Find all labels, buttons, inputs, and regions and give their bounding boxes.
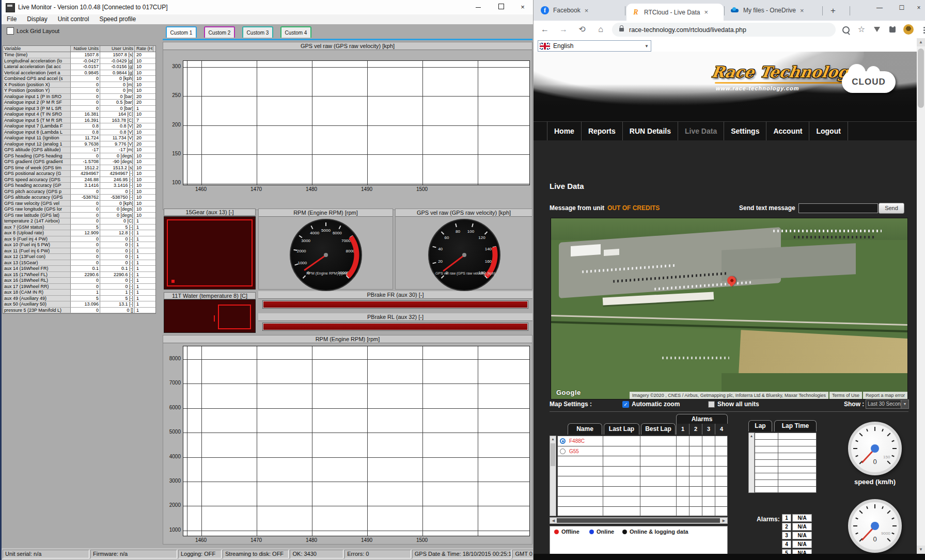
profile-avatar[interactable] xyxy=(902,23,915,36)
app-minimize-button[interactable] xyxy=(469,0,487,14)
gauge-tick-icon xyxy=(882,429,884,431)
browser-close-button[interactable]: × xyxy=(912,0,925,15)
lock-grid-checkbox[interactable] xyxy=(7,27,14,35)
url-text[interactable]: race-technology.com/rtcloud/livedata.php xyxy=(629,26,746,34)
units-table[interactable]: F488CG55 xyxy=(557,436,728,516)
google-map[interactable]: Google Imagery ©2020 , CNES / Airbus, Ge… xyxy=(551,218,908,399)
nav-live-data[interactable]: Live Data xyxy=(678,122,724,140)
browser-tab-my-files-onedrive[interactable]: My files - OneDrive× xyxy=(726,0,821,21)
back-icon[interactable]: ← xyxy=(539,23,551,36)
cell: 1 xyxy=(135,266,153,271)
tab-custom-4[interactable]: Custom 4 xyxy=(280,26,311,38)
column-divider xyxy=(676,436,677,516)
alarm-value: N/A xyxy=(792,514,812,522)
gauge-tick-icon xyxy=(891,455,894,457)
cell: 0 xyxy=(71,201,100,206)
nav-reports[interactable]: Reports xyxy=(581,122,622,140)
cell: GPS time of week (GPS tim xyxy=(3,165,71,171)
cell: 1 xyxy=(135,260,153,266)
forward-icon[interactable]: → xyxy=(557,23,570,36)
cell: 1 xyxy=(135,106,153,111)
alarms-list-label: Alarms: xyxy=(757,516,779,523)
status-gps-date-time: GPS Date & Time: 18/10/2015 00:25:13 xyxy=(412,550,512,558)
bookmark-star-icon[interactable]: ☆ xyxy=(855,23,868,36)
cell: GPS altitude (GPS altitude) xyxy=(3,147,71,153)
home-icon[interactable]: ⌂ xyxy=(594,23,607,36)
tab-close-icon[interactable]: × xyxy=(585,7,589,14)
status-logging: Logging: OFF xyxy=(178,550,222,558)
pbrake-rl-fill xyxy=(263,324,527,330)
cell: Analogue input 5 (T M R SR xyxy=(3,118,71,123)
cell: 0 xyxy=(71,242,100,248)
nav-settings[interactable]: Settings xyxy=(724,122,766,140)
browser-tab-facebook[interactable]: fFacebook× xyxy=(536,0,624,21)
cell: 4294967 xyxy=(71,171,100,177)
nav-logout[interactable]: Logout xyxy=(809,122,848,140)
padlock-icon[interactable] xyxy=(619,28,624,31)
reload-icon[interactable]: ⟲ xyxy=(576,23,588,36)
nav-run-details[interactable]: RUN Details xyxy=(622,122,678,140)
speed-max-label: 150 xyxy=(883,455,890,459)
menu-speed-profile[interactable]: Speed profile xyxy=(94,14,141,24)
units-table-vscrollbar[interactable]: ▲ xyxy=(550,436,556,516)
send-text-input[interactable] xyxy=(798,203,878,213)
tab-custom-1[interactable]: Custom 1 xyxy=(166,26,197,38)
report-map-error-link[interactable]: Report a map error xyxy=(863,392,907,399)
units-table-hscrollbar[interactable]: ◀▶ xyxy=(550,517,728,524)
menu-display[interactable]: Display xyxy=(22,14,52,24)
tab-custom-3[interactable]: Custom 3 xyxy=(242,26,273,38)
lap-row xyxy=(755,433,816,440)
browser-maximize-button[interactable]: ☐ xyxy=(891,0,912,15)
language-select[interactable]: English ▼ xyxy=(538,40,651,52)
scroll-up-icon: ▲ xyxy=(550,436,556,442)
gauge-hub xyxy=(871,444,879,453)
lap-table-scrollbar[interactable]: ▲ xyxy=(748,433,755,493)
browser-menu-icon[interactable] xyxy=(918,23,925,36)
nav-account[interactable]: Account xyxy=(766,122,809,140)
cell: 1 xyxy=(135,278,153,283)
app-close-button[interactable]: × xyxy=(514,0,531,14)
cell: 0 [-] xyxy=(100,248,135,254)
tab-close-icon[interactable]: × xyxy=(704,8,709,16)
tab-custom-2[interactable]: Custom 2 xyxy=(204,26,235,38)
browser-tab-rtcloud-live-data[interactable]: RRTCloud - Live Data× xyxy=(626,4,724,21)
cell: 10 xyxy=(135,213,153,218)
app-titlebar[interactable]: Live Monitor - Version 10.0.48 [Connecte… xyxy=(2,0,533,15)
app-maximize-button[interactable] xyxy=(492,0,510,14)
nav-home[interactable]: Home xyxy=(547,122,581,140)
show-all-units-checkbox[interactable] xyxy=(708,401,715,408)
terms-of-use-link[interactable]: Terms of Use xyxy=(829,392,862,399)
tab-close-icon[interactable]: × xyxy=(800,7,804,14)
gear-display xyxy=(164,216,256,290)
show-duration-dropdown[interactable]: Last 30 Seconds▼ xyxy=(866,399,909,409)
menu-file[interactable]: File xyxy=(2,14,22,24)
column-divider xyxy=(603,436,603,516)
browser-minimize-button[interactable]: — xyxy=(869,0,890,15)
table-row: Y Position (position Y)00 [m]10 xyxy=(3,88,155,94)
automatic-zoom-checkbox[interactable]: ✓ xyxy=(622,401,629,408)
address-bar[interactable]: race-technology.com/rtcloud/livedata.php xyxy=(612,23,836,37)
cell: 1 [-] xyxy=(100,290,135,295)
page-scrollbar[interactable]: ▲ ▼ xyxy=(917,38,925,554)
zoom-icon[interactable] xyxy=(840,23,852,36)
menu-unit-control[interactable]: Unit control xyxy=(53,14,95,24)
unit-radio-g55[interactable] xyxy=(560,449,566,454)
unit-radio-f488c[interactable] xyxy=(560,438,566,444)
extension-a-icon[interactable] xyxy=(871,23,883,36)
cell: -0.0427 xyxy=(71,58,100,64)
cell: 0 [-] xyxy=(100,189,135,195)
cell: 10 xyxy=(135,206,153,212)
cell: 20 xyxy=(135,141,153,147)
cell: Analogue input 1 (P In SRO xyxy=(3,94,71,100)
alarm-value: N/A xyxy=(792,523,812,531)
cell: 1 xyxy=(135,225,153,230)
new-tab-button[interactable]: + xyxy=(827,5,839,18)
table-row: GPS raw velocity (GPS vel00 [kph]10 xyxy=(3,201,155,207)
status-gmt-0: GMT 0 xyxy=(512,550,535,558)
extensions-puzzle-icon[interactable] xyxy=(886,23,899,36)
send-button[interactable]: Send xyxy=(879,203,904,214)
scroll-left-icon: ◀ xyxy=(550,518,557,523)
race-technology-logo: Race Technology www.race-technology.com … xyxy=(712,63,898,91)
cell: Analogue input 3 (P M L SR xyxy=(3,106,71,111)
cell: 163.78 [C] xyxy=(100,118,135,123)
